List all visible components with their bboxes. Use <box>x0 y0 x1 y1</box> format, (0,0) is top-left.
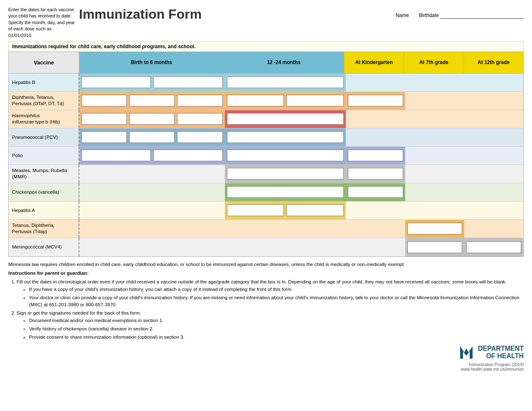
dtap-kinder-segment <box>346 92 405 110</box>
mmr-dose-1[interactable] <box>227 168 344 180</box>
pcv-7th-segment <box>405 128 464 146</box>
polio-dose-2[interactable] <box>153 150 223 161</box>
cpox-dose-1[interactable] <box>227 186 344 198</box>
pcv-dose-4[interactable] <box>227 131 344 143</box>
mcv4-12th-segment <box>464 238 523 256</box>
footer-row: DEPARTMENT OF HEALTH Immunization Progra… <box>8 344 524 372</box>
pcv-12m-segment <box>225 128 346 146</box>
footer-right: DEPARTMENT OF HEALTH Immunization Progra… <box>458 344 524 372</box>
instruction-1-bullets: If you have a copy of your child's immun… <box>29 286 524 309</box>
hep-b-dose-3[interactable] <box>227 76 344 88</box>
mmr-12th-segment <box>464 165 523 183</box>
vaccine-name-hep-a: Hepatitis A <box>9 202 79 219</box>
hib-dose-3[interactable] <box>177 113 222 125</box>
pcv-dose-1[interactable] <box>81 131 127 143</box>
polio-birth-segment <box>79 147 225 165</box>
dtap-dose-2[interactable] <box>129 95 175 106</box>
hep-b-dose-2[interactable] <box>153 76 223 88</box>
mcv4-kinder-segment <box>346 238 405 256</box>
tdap-birth-segment <box>79 220 225 238</box>
vaccine-name-hep-b: Hepatitis B <box>9 74 79 91</box>
dept-name: DEPARTMENT OF HEALTH <box>478 345 524 360</box>
polio-dose-3[interactable] <box>227 150 344 161</box>
table-header-row: Vaccine Birth to 6 months 12 -24 months … <box>9 52 523 74</box>
hep-b-cells <box>79 74 523 91</box>
table-row: Hepatitis B <box>9 74 523 92</box>
immunization-table: Vaccine Birth to 6 months 12 -24 months … <box>8 52 524 257</box>
tdap-12m-segment <box>225 220 346 238</box>
mn-department-icon <box>458 344 475 361</box>
vaccine-column-header: Vaccine <box>9 52 79 74</box>
col-header-12th: At 12th grade <box>463 52 523 74</box>
instruction-bullet-2a: Document medical and/or non-medical exem… <box>29 317 524 324</box>
vaccine-name-mmr: Measles, Mumps, Rubella (MMR) <box>9 165 79 183</box>
polio-dose-1[interactable] <box>81 150 151 161</box>
instruction-2-bullets: Document medical and/or non-medical exem… <box>29 317 524 341</box>
instructions-list: Fill out the dates in chronological orde… <box>17 278 524 341</box>
cpox-7th-segment <box>405 183 464 201</box>
hepa-7th-segment <box>405 202 464 219</box>
mcv4-12m-segment <box>225 238 346 256</box>
polio-dose-4[interactable] <box>348 150 403 161</box>
instruction-bullet-2b: Verify history of chickenpox (varicella)… <box>29 325 524 332</box>
dtap-dose-1[interactable] <box>81 95 127 106</box>
hib-dose-4[interactable] <box>227 113 344 125</box>
table-row: Pneumococcal (PCV) <box>9 128 523 147</box>
cpox-12th-segment <box>464 183 523 201</box>
hepa-birth-segment <box>79 202 225 219</box>
chickenpox-cells <box>79 183 523 201</box>
tdap-dose-1[interactable] <box>407 223 462 234</box>
col-header-12: 12 -24 months <box>223 52 344 74</box>
page-wrapper: Enter the dates for each vaccine your ch… <box>8 7 524 372</box>
mcv4-dose-1[interactable] <box>407 241 462 253</box>
tdap-cells <box>79 220 523 238</box>
dtap-12m-segment <box>225 92 346 110</box>
instruction-item-1: Fill out the dates in chronological orde… <box>17 278 524 308</box>
hib-kinder-segment <box>346 110 405 128</box>
polio-12m-segment <box>225 147 346 165</box>
hepa-12m-segment <box>225 202 346 219</box>
mmr-kinder-segment <box>346 165 405 183</box>
pcv-dose-2[interactable] <box>129 131 175 143</box>
dtap-dose-4[interactable] <box>227 95 284 106</box>
mcv4-cells <box>79 238 523 256</box>
name-field-row: Name <box>396 12 411 19</box>
mcv4-dose-2[interactable] <box>466 241 521 253</box>
polio-12th-segment <box>464 147 523 165</box>
mmr-7th-segment <box>405 165 464 183</box>
hepa-dose-1[interactable] <box>227 204 284 216</box>
hepa-12th-segment <box>464 202 523 219</box>
form-title: Immunization Form <box>79 7 202 22</box>
hib-dose-2[interactable] <box>129 113 175 125</box>
col-header-7th: At 7th grade <box>404 52 463 74</box>
instructions-header: Instructions for parent or guardian: <box>8 271 89 276</box>
cpox-12m-segment <box>225 183 346 201</box>
website-url: www.health.state.mn.us/immunize <box>458 367 524 372</box>
table-row: Chickenpox (varicella) <box>9 183 523 202</box>
instruction-bullet-1b: Your doctor or clinic can provide a copy… <box>29 294 524 309</box>
vaccine-name-chickenpox: Chickenpox (varicella) <box>9 183 79 201</box>
cpox-kinder-segment <box>346 183 405 201</box>
pcv-dose-3[interactable] <box>177 131 222 143</box>
pcv-cells <box>79 128 523 146</box>
birthdate-field-row: Birthdate <box>419 12 524 19</box>
birthdate-underline[interactable] <box>441 12 524 19</box>
header-right: Immunization Form Name Birthdate <box>79 7 524 24</box>
table-row: Tetanus, Diphtheria, Pertussis (Tdap) <box>9 220 523 238</box>
tdap-7th-segment <box>405 220 464 238</box>
table-row: Polio <box>9 147 523 165</box>
vaccine-name-pcv: Pneumococcal (PCV) <box>9 128 79 146</box>
hepa-dose-2[interactable] <box>286 204 344 216</box>
dtap-dose-5[interactable] <box>286 95 344 106</box>
dtap-dose-6[interactable] <box>348 95 403 106</box>
hib-7th-segment <box>405 110 464 128</box>
mmr-dose-2[interactable] <box>348 168 403 180</box>
hib-dose-1[interactable] <box>81 113 127 125</box>
cpox-dose-2[interactable] <box>348 186 403 198</box>
age-columns-header: Birth to 6 months 12 -24 months At Kinde… <box>79 52 523 74</box>
dtap-dose-3[interactable] <box>177 95 222 106</box>
col-header-birth: Birth to 6 months <box>79 52 223 74</box>
hib-12th-segment <box>464 110 523 128</box>
header-instructions: Enter the dates for each vaccine your ch… <box>8 7 75 39</box>
hep-b-dose-1[interactable] <box>81 76 151 88</box>
